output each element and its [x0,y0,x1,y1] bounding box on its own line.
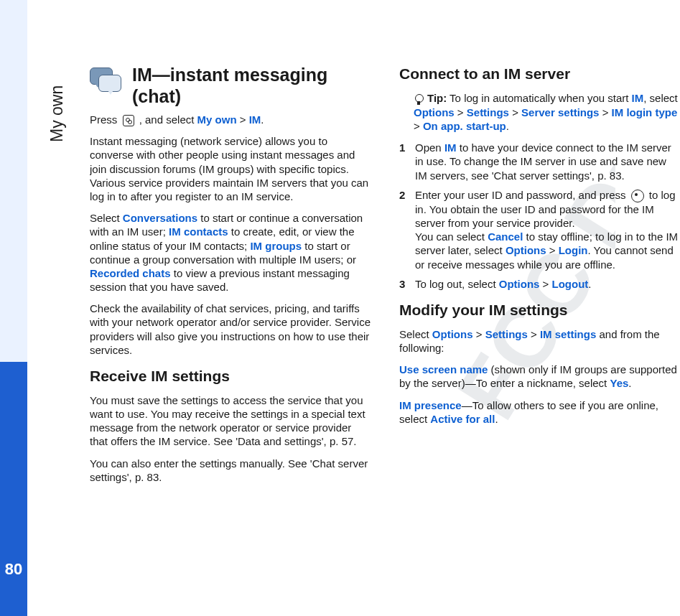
side-accent-bar: 80 [0,0,27,616]
body-paragraph: Select Options > Settings > IM settings … [399,327,680,355]
heading-connect-server: Connect to an IM server [399,65,680,84]
center-key-icon [631,190,644,202]
tip-label: Tip: [427,92,447,104]
body-paragraph: Use screen name (shown only if IM groups… [399,363,680,390]
body-paragraph: Press , and select My own > IM. [90,113,371,126]
title-row: IM—instant messaging (chat) [90,65,371,107]
chat-bubbles-icon [90,67,122,96]
section-tab-label: My own [47,85,67,142]
step-item: 3 To log out, select Options > Logout. [399,277,680,291]
link-im: IM [249,113,261,126]
page-title: IM—instant messaging (chat) [132,65,371,107]
link-my-own: My own [197,113,237,126]
link-im-groups: IM groups [250,240,302,252]
body-paragraph: Check the availability of chat services,… [90,302,371,357]
body-paragraph: You must save the settings to access the… [90,393,371,449]
step-item: 2 Enter your user ID and password, and p… [399,188,680,271]
section-tab: My own [27,0,73,616]
page-number: 80 [0,548,27,616]
tip-lightbulb-icon [414,93,424,106]
body-paragraph: Instant messaging (network service) allo… [90,134,371,203]
body-paragraph: Select Conversations to start or continu… [90,211,371,294]
tip-block: Tip: To log in automatically when you st… [399,91,680,133]
step-item: 1 Open IM to have your device connect to… [399,141,680,182]
menu-key-icon [123,115,134,126]
link-conversations: Conversations [123,212,197,224]
heading-modify-settings: Modify your IM settings [399,301,680,320]
heading-receive-settings: Receive IM settings [90,367,371,386]
link-im-contacts: IM contacts [169,225,228,238]
link-recorded-chats: Recorded chats [90,267,171,279]
body-paragraph: IM presence—To allow others to see if yo… [399,398,680,426]
steps-list: 1 Open IM to have your device connect to… [399,141,680,291]
page-content: IM—instant messaging (chat) Press , and … [90,65,680,587]
body-paragraph: You can also enter the settings manually… [90,457,371,484]
